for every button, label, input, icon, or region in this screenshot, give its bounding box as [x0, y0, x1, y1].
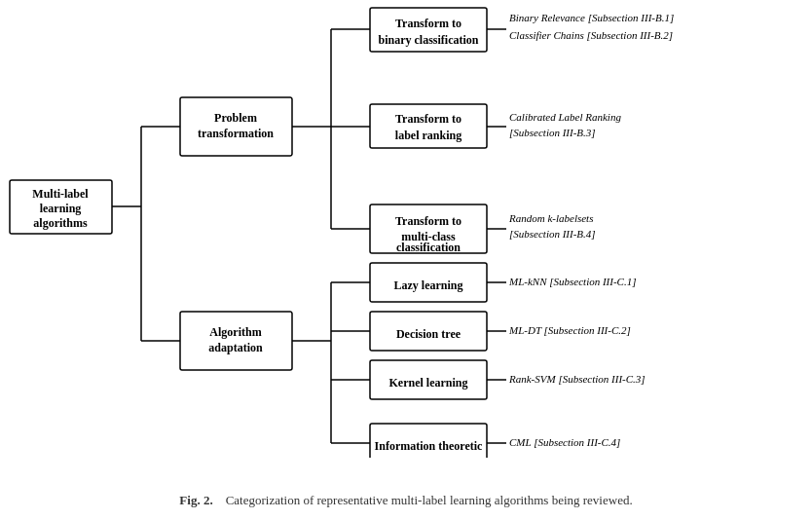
caption-text: Categorization of representative multi-l…: [226, 493, 633, 507]
svg-text:Kernel learning: Kernel learning: [389, 376, 468, 390]
svg-text:CML
     [Subsection III-C.4]: CML [Subsection III-C.4]: [509, 436, 620, 448]
svg-text:algorithms: algorithms: [33, 216, 88, 230]
svg-text:adaptation: adaptation: [208, 341, 263, 354]
svg-text:ML-kNN
     [Subsection III-C.: ML-kNN [Subsection III-C.1]: [508, 276, 636, 287]
svg-text:Information theoretic: Information theoretic: [375, 439, 483, 453]
svg-text:Transform to: Transform to: [395, 214, 461, 228]
svg-text:label ranking: label ranking: [395, 129, 461, 142]
svg-text:ML-DT
     [Subsection III-C.2: ML-DT [Subsection III-C.2]: [508, 324, 631, 336]
svg-text:Rank-SVM
     [Subsection III-: Rank-SVM [Subsection III-C.3]: [508, 373, 646, 385]
svg-text:[Subsection III-B.3]: [Subsection III-B.3]: [509, 127, 596, 138]
fig-label: Fig. 2.: [179, 493, 212, 507]
svg-text:learning: learning: [40, 202, 82, 215]
svg-text:Algorithm: Algorithm: [209, 325, 261, 339]
svg-text:transformation: transformation: [198, 127, 274, 140]
svg-text:Transform to: Transform to: [395, 112, 461, 126]
svg-text:Multi-label: Multi-label: [32, 187, 89, 201]
svg-text:Lazy learning: Lazy learning: [394, 279, 463, 292]
svg-text:[Subsection III-B.4]: [Subsection III-B.4]: [509, 228, 596, 240]
svg-text:Problem: Problem: [214, 111, 257, 125]
svg-text:classification: classification: [396, 241, 461, 254]
svg-text:binary classification: binary classification: [378, 33, 478, 47]
svg-text:Calibrated Label Ranking: Calibrated Label Ranking: [509, 111, 621, 123]
svg-text:Transform to: Transform to: [395, 17, 461, 30]
svg-text:Random k-labelsets: Random k-labelsets: [508, 212, 593, 224]
svg-text:Binary Relevance
     [Subsect: Binary Relevance [Subsection III-B.1]: [509, 12, 674, 23]
svg-text:Classifier Chains
     [Subsec: Classifier Chains [Subsection III-B.2]: [509, 29, 673, 41]
svg-text:Decision tree: Decision tree: [396, 327, 461, 341]
figure-caption: Fig. 2. Categorization of representative…: [0, 493, 812, 508]
